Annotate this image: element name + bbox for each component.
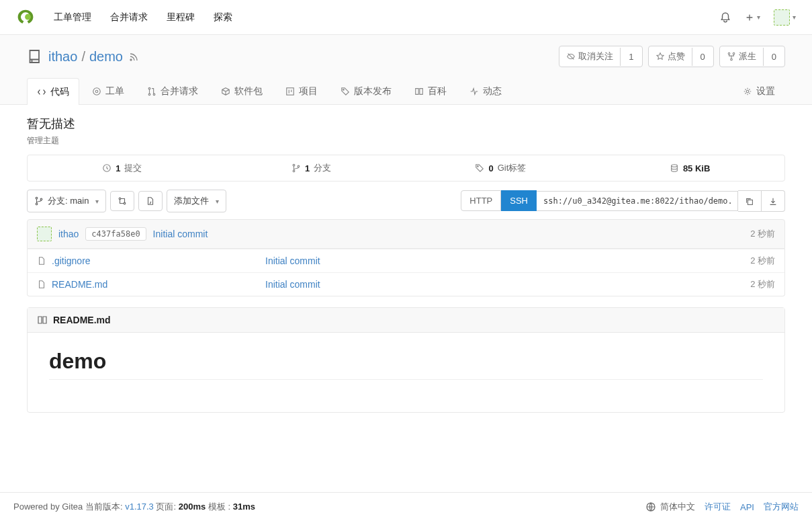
- file-link[interactable]: .gitignore: [52, 255, 91, 266]
- readme-heading: demo: [49, 349, 763, 380]
- create-menu[interactable]: [745, 13, 760, 22]
- svg-point-3: [733, 52, 735, 54]
- download-icon[interactable]: [762, 190, 785, 212]
- commit-message[interactable]: Initial commit: [153, 229, 208, 239]
- tab-releases[interactable]: 版本发布: [330, 78, 402, 104]
- nav-milestones[interactable]: 里程碑: [167, 11, 195, 24]
- readme-filename: README.md: [53, 315, 111, 325]
- nav-pulls[interactable]: 合并请求: [110, 11, 148, 24]
- tab-pulls[interactable]: 合并请求: [137, 78, 208, 104]
- rss-icon[interactable]: [128, 50, 139, 62]
- table-row: README.mdInitial commit2 秒前: [28, 272, 784, 296]
- tab-projects[interactable]: 项目: [275, 78, 328, 104]
- svg-point-20: [36, 203, 38, 205]
- file-time: 2 秒前: [750, 278, 775, 290]
- tab-code[interactable]: 代码: [27, 78, 79, 105]
- table-row: .gitignoreInitial commit2 秒前: [28, 249, 784, 272]
- tab-issues[interactable]: 工单: [82, 78, 134, 104]
- svg-point-16: [298, 165, 300, 167]
- svg-point-18: [672, 165, 678, 167]
- repo-link[interactable]: demo: [89, 49, 123, 65]
- commit-time: 2 秒前: [750, 228, 775, 240]
- bell-icon[interactable]: [719, 11, 731, 24]
- svg-point-7: [148, 87, 150, 89]
- compare-button[interactable]: [110, 191, 134, 211]
- tab-activity[interactable]: 动态: [459, 78, 512, 104]
- clone-ssh[interactable]: SSH: [501, 190, 537, 211]
- manage-topics[interactable]: 管理主题: [27, 136, 59, 145]
- svg-point-0: [25, 13, 31, 19]
- svg-point-15: [293, 170, 295, 172]
- svg-point-14: [293, 164, 295, 166]
- stat-tags[interactable]: 0Git标签: [406, 155, 596, 181]
- book-icon: [37, 315, 48, 325]
- unwatch-button[interactable]: 取消关注 1: [559, 46, 642, 67]
- svg-point-5: [93, 88, 101, 95]
- file-commit-msg[interactable]: Initial commit: [265, 255, 320, 266]
- commit-author[interactable]: ithao: [58, 229, 79, 239]
- svg-point-6: [95, 90, 98, 93]
- gitea-logo[interactable]: [16, 8, 35, 27]
- add-file-dropdown[interactable]: 添加文件: [167, 190, 226, 212]
- avatar: [774, 9, 790, 26]
- stat-commits[interactable]: 1提交: [28, 155, 217, 181]
- tab-packages[interactable]: 软件包: [211, 78, 273, 104]
- svg-point-1: [130, 59, 132, 61]
- svg-point-19: [36, 197, 38, 199]
- svg-rect-10: [287, 88, 294, 95]
- stat-size: 85 KiB: [595, 155, 784, 181]
- file-link[interactable]: README.md: [52, 279, 107, 290]
- star-button[interactable]: 点赞 0: [648, 46, 714, 67]
- file-icon: [37, 280, 46, 289]
- find-file-button[interactable]: [138, 191, 163, 211]
- copy-icon[interactable]: [738, 190, 762, 212]
- commit-sha[interactable]: c437fa58e0: [85, 227, 146, 241]
- svg-point-17: [478, 166, 479, 167]
- svg-point-23: [124, 202, 126, 204]
- svg-point-12: [746, 90, 749, 93]
- svg-point-4: [730, 58, 732, 61]
- svg-point-8: [148, 93, 150, 95]
- repo-description: 暂无描述: [27, 116, 785, 132]
- svg-point-21: [40, 198, 42, 200]
- svg-point-11: [343, 89, 345, 91]
- file-icon: [37, 256, 46, 266]
- tab-wiki[interactable]: 百科: [404, 78, 457, 104]
- fork-button[interactable]: 派生 0: [719, 46, 785, 67]
- avatar: [37, 227, 52, 241]
- svg-point-9: [153, 93, 155, 95]
- nav-issues[interactable]: 工单管理: [54, 11, 91, 24]
- stat-branches[interactable]: 1分支: [217, 155, 406, 181]
- repo-icon: [27, 48, 43, 65]
- branch-dropdown[interactable]: 分支: main: [27, 190, 106, 212]
- file-commit-msg[interactable]: Initial commit: [265, 279, 320, 290]
- user-menu[interactable]: [774, 9, 796, 26]
- svg-point-2: [728, 52, 730, 54]
- slash: /: [81, 49, 85, 65]
- clone-url-input[interactable]: [537, 191, 738, 211]
- nav-explore[interactable]: 探索: [214, 11, 232, 24]
- svg-point-22: [120, 198, 122, 200]
- clone-http[interactable]: HTTP: [461, 190, 501, 211]
- tab-settings[interactable]: 设置: [733, 78, 785, 104]
- file-time: 2 秒前: [750, 255, 775, 267]
- owner-link[interactable]: ithao: [48, 49, 77, 65]
- svg-rect-24: [748, 200, 752, 205]
